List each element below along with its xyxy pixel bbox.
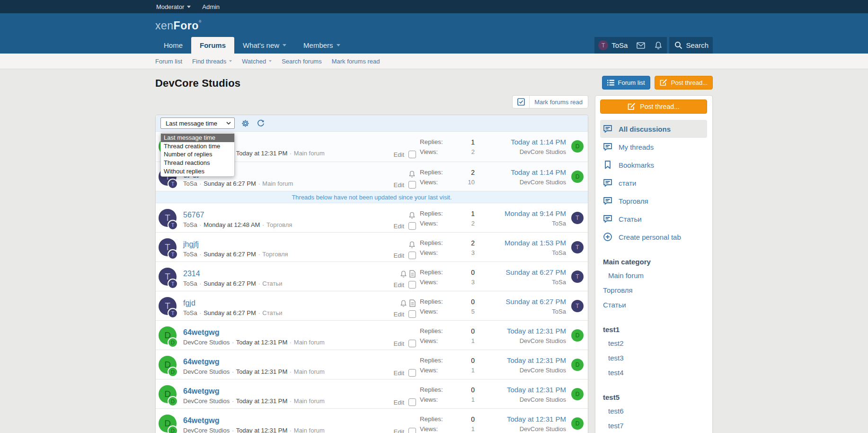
thread-title[interactable]: 64wetgwg (183, 386, 219, 397)
thread-forum[interactable]: Main forum (294, 339, 325, 346)
sidebar-forum-link[interactable]: test6 (600, 404, 707, 418)
last-poster-avatar[interactable]: D (571, 171, 584, 183)
sidebar-item-bookmarks[interactable]: Bookmarks (600, 156, 707, 174)
thread-title[interactable]: 64wetgwg (183, 356, 219, 367)
last-post-user[interactable]: DevCore Studios (475, 148, 566, 156)
sort-option[interactable]: Number of replies (161, 150, 234, 159)
last-post-date[interactable]: Today at 12:31 PM (475, 356, 566, 365)
thread-forum[interactable]: Main forum (294, 397, 325, 405)
last-post-date[interactable]: Monday at 9:14 PM (475, 209, 566, 218)
nav-tab-home[interactable]: Home (155, 37, 191, 54)
sidebar-item-all-discussions[interactable]: All discussions (600, 120, 707, 138)
thread-last-poster-mini-avatar[interactable]: T (168, 249, 178, 260)
thread-last-poster-mini-avatar[interactable]: D (168, 396, 178, 406)
thread-select-checkbox[interactable] (408, 398, 416, 406)
thread-edit-link[interactable]: Edit (394, 340, 404, 347)
thread-start-date[interactable]: Sunday at 6:27 PM (204, 309, 256, 316)
thread-start-date[interactable]: Sunday at 6:27 PM (204, 280, 256, 287)
thread-select-checkbox[interactable] (408, 181, 416, 189)
last-poster-avatar[interactable]: D (571, 140, 584, 153)
thread-title[interactable]: jhgjfj (183, 239, 199, 250)
last-post-date[interactable]: Today at 12:31 PM (475, 326, 566, 335)
sidebar-category-heading[interactable]: test1 (600, 324, 707, 336)
thread-author[interactable]: DevCore Studios (183, 427, 230, 433)
last-post-user[interactable]: DevCore Studios (475, 425, 566, 433)
nav-tab-members[interactable]: Members (295, 37, 349, 54)
last-poster-avatar[interactable]: T (571, 300, 584, 312)
last-post-user[interactable]: DevCore Studios (475, 178, 566, 187)
thread-select-checkbox[interactable] (408, 151, 416, 158)
thread-last-poster-mini-avatar[interactable]: T (168, 308, 178, 318)
sort-option[interactable]: Thread creation time (161, 142, 234, 151)
thread-forum[interactable]: Main forum (294, 368, 325, 375)
thread-select-checkbox[interactable] (408, 222, 416, 230)
thread-start-date[interactable]: Monday at 12:48 AM (204, 221, 260, 228)
last-post-user[interactable]: DevCore Studios (475, 337, 566, 345)
thread-last-poster-mini-avatar[interactable]: D (168, 367, 178, 377)
sidebar-item-create-personal-tab[interactable]: Create personal tab (600, 228, 707, 246)
thread-select-checkbox[interactable] (408, 340, 416, 347)
thread-edit-link[interactable]: Edit (394, 370, 404, 377)
last-post-user[interactable]: DevCore Studios (475, 366, 566, 375)
sidebar-forum-link[interactable]: Main forum (600, 268, 707, 283)
thread-select-checkbox[interactable] (408, 369, 416, 377)
thread-forum[interactable]: Торговля (262, 251, 288, 258)
last-post-date[interactable]: Sunday at 6:27 PM (475, 297, 566, 306)
sidebar-forum-link[interactable]: test3 (600, 351, 707, 365)
sort-option[interactable]: Last message time (161, 134, 234, 142)
sidebar-post-thread-button[interactable]: Post thread... (600, 99, 707, 114)
alerts-button[interactable] (650, 41, 663, 50)
sidebar-item-my-threads[interactable]: My threads (600, 138, 707, 156)
thread-title[interactable]: 64wetgwg (183, 327, 219, 338)
sidebar-item-стати[interactable]: стати (600, 174, 707, 192)
search-button[interactable]: Search (669, 37, 713, 54)
last-poster-avatar[interactable]: D (571, 329, 584, 342)
filter-settings-button[interactable] (241, 119, 249, 127)
thread-start-date[interactable]: Today at 12:31 PM (236, 150, 287, 157)
thread-select-checkbox[interactable] (408, 281, 416, 289)
thread-title[interactable]: fgjd (183, 298, 195, 308)
thread-author[interactable]: ToSa (183, 280, 197, 287)
site-logo[interactable]: xenForo® (155, 19, 202, 32)
thread-title[interactable]: 64wetgwg (183, 415, 219, 426)
thread-forum[interactable]: Main forum (262, 180, 293, 187)
sidebar-forum-link[interactable]: test4 (600, 365, 707, 380)
thread-author[interactable]: DevCore Studios (183, 397, 230, 405)
breadcrumb-item-search-forums[interactable]: Search forums (282, 58, 332, 65)
thread-edit-link[interactable]: Edit (394, 181, 404, 189)
forum-list-button[interactable]: Forum list (602, 76, 650, 90)
last-poster-avatar[interactable]: T (571, 271, 584, 283)
thread-forum[interactable]: Main forum (294, 427, 325, 433)
thread-forum[interactable]: Торговля (266, 221, 292, 228)
thread-start-date[interactable]: Today at 12:31 PM (236, 368, 287, 375)
breadcrumb-item-mark-forums-read[interactable]: Mark forums read (332, 58, 390, 65)
last-post-date[interactable]: Monday at 1:53 PM (475, 238, 566, 247)
thread-author[interactable]: ToSa (183, 180, 197, 187)
sort-select[interactable]: Last message time (160, 117, 235, 129)
last-post-user[interactable]: ToSa (475, 219, 566, 228)
last-post-date[interactable]: Today at 1:14 PM (475, 168, 566, 177)
last-post-date[interactable]: Today at 1:14 PM (475, 137, 566, 146)
thread-last-poster-mini-avatar[interactable]: T (168, 220, 178, 230)
last-post-user[interactable]: ToSa (475, 278, 566, 287)
thread-last-poster-mini-avatar[interactable]: T (168, 179, 178, 189)
thread-select-checkbox[interactable] (408, 310, 416, 318)
thread-author[interactable]: DevCore Studios (183, 339, 230, 346)
thread-author[interactable]: DevCore Studios (183, 368, 230, 375)
sidebar-item-торговля[interactable]: Торговля (600, 192, 707, 210)
last-poster-avatar[interactable]: T (571, 241, 584, 253)
last-post-user[interactable]: ToSa (475, 307, 566, 316)
post-thread-button[interactable]: Post thread... (655, 76, 713, 90)
last-poster-avatar[interactable]: T (571, 212, 584, 224)
account-menu[interactable]: T ToSa (598, 40, 632, 50)
sidebar-category-heading[interactable]: test5 (600, 391, 707, 404)
refresh-button[interactable] (257, 119, 265, 127)
last-poster-avatar[interactable]: D (571, 359, 584, 371)
last-poster-avatar[interactable]: D (571, 417, 584, 430)
thread-forum[interactable]: Статьи (262, 280, 282, 287)
thread-author[interactable]: ToSa (183, 251, 197, 258)
thread-edit-link[interactable]: Edit (394, 399, 404, 406)
thread-last-poster-mini-avatar[interactable]: D (168, 337, 178, 348)
thread-edit-link[interactable]: Edit (394, 223, 404, 230)
sort-option[interactable]: Thread reactions (161, 159, 234, 167)
